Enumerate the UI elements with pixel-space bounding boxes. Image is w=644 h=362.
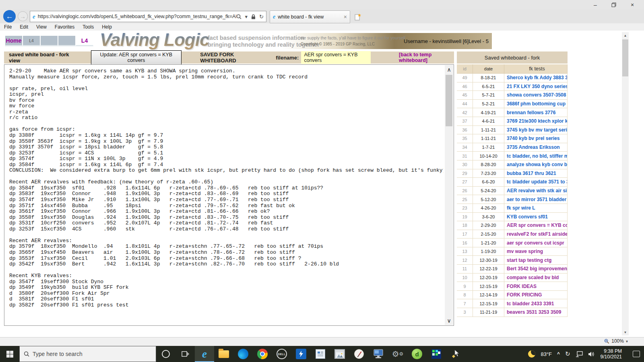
whiteboard-scrollbar[interactable]: ∧ ∨ — [445, 65, 453, 325]
cortana-button[interactable] — [156, 346, 175, 362]
start-button[interactable] — [0, 346, 19, 362]
fk-test-link[interactable]: revalveF2 for stkF1 airside — [507, 231, 568, 237]
clock-date: 9/10/2021 — [601, 354, 622, 360]
scroll-down-icon[interactable]: ∨ — [445, 316, 453, 325]
fk-test-link[interactable]: tc bladder, no bld, stiffer mv — [507, 153, 568, 159]
site-header: Home L4 L4 Valving Logic fa — [4, 33, 492, 49]
taskbar-retro-app-button[interactable] — [427, 346, 446, 362]
network-icon[interactable] — [576, 351, 583, 357]
page-scroll-up-icon[interactable]: ▲ — [622, 32, 629, 39]
fk-test-link[interactable]: showa convers 3507-3508 — [507, 92, 566, 98]
fk-test-link[interactable]: AER spr convers = KYB convers — [507, 222, 568, 228]
refresh-icon[interactable]: ↻ — [259, 14, 264, 20]
taskbar-ie-button[interactable]: e — [195, 346, 214, 362]
page-scrollbar-thumb[interactable] — [622, 39, 628, 76]
close-button[interactable]: × — [623, 0, 642, 10]
restore-button[interactable] — [605, 0, 623, 10]
zoom-control[interactable]: 100% ▾ — [604, 338, 628, 344]
whiteboard-text[interactable]: 2-29-20 Make AER spr convers same as KYB… — [5, 66, 444, 325]
fk-test-link[interactable]: Bert 3542 big improvement — [507, 266, 568, 272]
site-nav-tab[interactable] — [40, 35, 58, 46]
scroll-up-icon[interactable]: ∧ — [445, 65, 453, 74]
fk-test-link[interactable]: compare scaled bv bld — [507, 275, 559, 280]
username-label: Username - kevinstillwell [6] — [404, 38, 469, 44]
fk-test-link[interactable]: Sherco kyb fk Addy 3883 3903 — [507, 75, 568, 80]
row-id: 29 — [457, 169, 473, 178]
task-view-button[interactable] — [175, 346, 195, 362]
fk-test-link[interactable]: aer spr convers cut icspr — [507, 240, 564, 246]
taskbar-dyno-app-button[interactable] — [291, 346, 311, 362]
fk-test-link[interactable]: 3735 Andreas Eriksson — [507, 144, 560, 150]
volume-icon[interactable] — [588, 351, 595, 357]
update-button[interactable]: Update: AER spr convers = KYB convers — [91, 50, 182, 65]
taskbar-clock[interactable]: 9:38 PM 9/10/2021 — [601, 348, 622, 360]
fk-test-link[interactable]: bubba 3617 thru 3621 — [507, 171, 556, 176]
table-row: 13 1-19-20 mv wave spring — [457, 247, 568, 256]
fk-test-link[interactable]: mv wave spring — [507, 249, 543, 254]
taskbar-search[interactable] — [19, 346, 156, 362]
taskbar-photo-viewer-button[interactable] — [330, 346, 349, 362]
menu-item[interactable]: Favorites — [55, 24, 74, 30]
taskbar-edge-button[interactable] — [233, 346, 253, 362]
taskbar-cursor-app-button[interactable] — [446, 346, 465, 362]
taskbar-dvd-app-button[interactable]: d — [407, 346, 427, 362]
fk-test-link[interactable]: 3745 kyb bv mv target series — [507, 127, 568, 133]
menu-item[interactable]: View — [36, 24, 47, 30]
site-nav-tab[interactable]: Home — [5, 35, 23, 46]
taskbar-remote-desktop-button[interactable] — [369, 346, 388, 362]
tray-chevron-up-icon[interactable]: ^ — [557, 351, 560, 357]
forward-button[interactable]: → — [18, 11, 28, 21]
address-bar[interactable]: e https://valvinglogic.com/vdb/openL5_wh… — [30, 11, 266, 22]
taskbar-dell-button[interactable]: DELL — [272, 346, 291, 362]
taskbar: e DELL ⚙⚙ d 83°F ^ ↻ 9:38 PM 9/10/2021 — [0, 346, 644, 362]
fk-test-link[interactable]: aer to mirror 3571 bladder — [507, 197, 566, 202]
fk-test-link[interactable]: FORK PRICING — [507, 292, 542, 298]
fk-test-link[interactable]: 3686f phm bottoming cup — [507, 101, 566, 107]
new-tab-button[interactable] — [353, 12, 363, 22]
search-input[interactable] — [33, 351, 141, 357]
sync-icon[interactable]: ↻ — [565, 350, 570, 358]
fk-test-link[interactable]: brennan fellows 3776 — [507, 110, 555, 115]
fk-test-link[interactable]: 3740 kyb bv prel series — [507, 136, 559, 141]
site-nav-tab[interactable]: L4 — [23, 35, 40, 46]
back-button[interactable]: ← — [3, 10, 16, 23]
weather-moon-icon[interactable] — [528, 350, 535, 358]
menu-item[interactable]: File — [4, 24, 12, 30]
scrollbar-thumb[interactable] — [446, 75, 452, 126]
action-center-icon[interactable] — [633, 351, 640, 357]
taskbar-file-explorer-button[interactable] — [214, 346, 233, 362]
taskbar-settings-app-button[interactable]: ⚙⚙ — [388, 346, 407, 362]
browser-tab[interactable]: e white board - fk view × — [270, 10, 350, 23]
site-nav-tab[interactable] — [58, 35, 76, 46]
fk-test-link[interactable]: fk spr wire L — [507, 205, 535, 211]
fk-test-link[interactable]: start tap testing ctg — [507, 257, 551, 263]
taskbar-report-app-button[interactable] — [311, 346, 330, 362]
menu-item[interactable]: Help — [102, 24, 112, 30]
search-icon[interactable] — [236, 14, 242, 19]
fk-test-link[interactable]: FORK IDEAS — [507, 284, 537, 289]
temperature-label[interactable]: 83°F — [541, 351, 552, 357]
zoom-dropdown-icon[interactable]: ▾ — [626, 339, 628, 343]
fk-test-link[interactable]: tc bladder 2433 3391 — [507, 301, 554, 306]
row-date: 12-15-19 — [473, 299, 504, 308]
fk-test-link[interactable]: 3769 21te300 ktech xplor kit — [507, 118, 568, 124]
page-scrollbar[interactable]: ▲ ▼ — [622, 32, 629, 335]
site-nav-tab[interactable]: L4 — [76, 35, 93, 46]
fk-test-link[interactable]: 21 FX LKY 350 dyno series — [507, 84, 568, 89]
row-id: 27 — [457, 178, 473, 187]
back-to-temp-link[interactable]: [back to temp whiteboard] — [399, 52, 454, 63]
minimize-button[interactable]: – — [586, 0, 605, 10]
fk-test-link[interactable]: analyze showa kyb conv bladder — [507, 162, 568, 167]
tab-close-icon[interactable]: × — [344, 14, 347, 20]
menu-item[interactable]: Edit — [20, 24, 28, 30]
search-dropdown-icon[interactable]: ▾ — [245, 14, 248, 20]
fk-test-link[interactable]: tc bladder update 3571 to 3604 — [507, 179, 568, 185]
menu-item[interactable]: Tools — [83, 24, 94, 30]
taskbar-chrome-button[interactable] — [253, 346, 272, 362]
row-id: 42 — [457, 108, 473, 117]
fk-test-link[interactable]: AER revalve with stk air side — [507, 188, 568, 193]
fk-test-link[interactable]: beavers 3531 3253 3509 — [507, 309, 561, 315]
taskbar-compass-app-button[interactable] — [349, 346, 369, 362]
fk-test-link[interactable]: KYB convers sf01 — [507, 214, 548, 220]
page-scroll-down-icon[interactable]: ▼ — [622, 329, 629, 335]
